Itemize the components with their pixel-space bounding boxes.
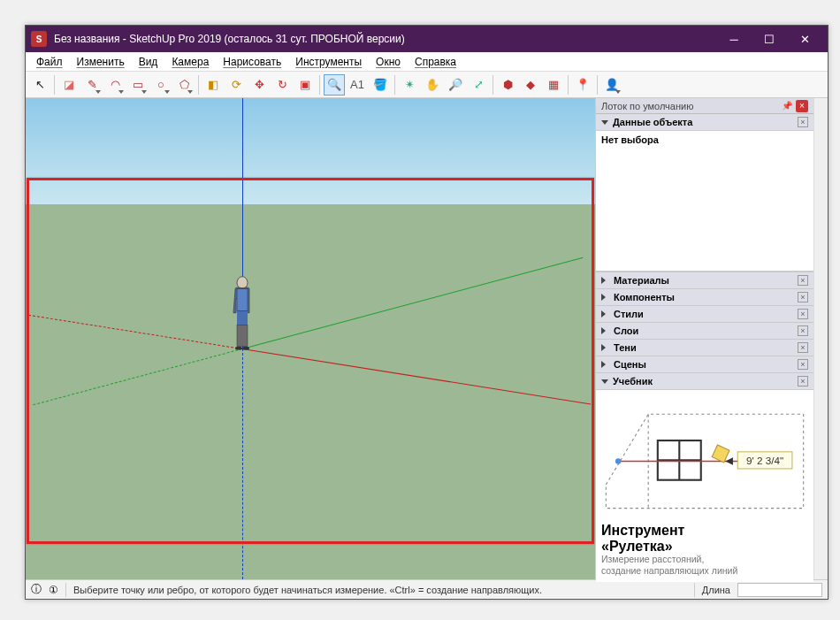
orbit-tool[interactable]: ✴: [399, 74, 420, 96]
chevron-icon: [601, 327, 609, 334]
vertical-scrollbar[interactable]: [813, 98, 828, 579]
section-close-icon[interactable]: ×: [798, 342, 808, 353]
menu-файл[interactable]: Файл: [29, 54, 70, 70]
tray-title: Лоток по умолчанию: [601, 101, 693, 111]
signin-icon[interactable]: 👤: [601, 74, 622, 96]
menu-изменить[interactable]: Изменить: [70, 54, 132, 70]
svg-text:9' 2 3/4": 9' 2 3/4": [746, 455, 783, 466]
tray-section-0: Данные объекта×Нет выбора: [596, 114, 813, 272]
chevron-icon: [601, 120, 608, 125]
circle-tool[interactable]: ○: [150, 74, 172, 96]
tape-tool[interactable]: 🔍: [324, 74, 345, 96]
minimize-button[interactable]: ─: [716, 26, 752, 52]
poly-tool[interactable]: ⬠: [173, 74, 195, 96]
select-tool[interactable]: ↖: [29, 74, 50, 96]
section-close-icon[interactable]: ×: [798, 359, 808, 370]
axis-blue-neg: [242, 348, 243, 579]
toolbar: ↖◪✎◠▭○⬠◧⟳✥↻▣🔍A1🪣✴✋🔎⤢⬢◆▦📍👤: [26, 72, 828, 98]
tray-section-head[interactable]: Стили×: [596, 306, 813, 322]
menu-вид[interactable]: Вид: [132, 54, 165, 70]
tray-section-head[interactable]: Слои×: [596, 323, 813, 339]
measure-input[interactable]: [737, 583, 822, 597]
menu-инструменты[interactable]: Инструменты: [288, 54, 369, 70]
svg-point-0: [237, 277, 248, 289]
tray-section-label: Материалы: [614, 275, 798, 286]
section-close-icon[interactable]: ×: [798, 275, 808, 286]
tray-section-head[interactable]: Материалы×: [596, 272, 813, 288]
tray-section-head[interactable]: Тени×: [596, 340, 813, 356]
instructor-illustration: 9' 2 3/4": [601, 395, 808, 517]
3dwarehouse-icon[interactable]: ⬢: [497, 74, 518, 96]
tray-section-label: Стили: [614, 309, 798, 319]
toolbar-separator: [568, 75, 569, 95]
menu-нарисовать[interactable]: Нарисовать: [216, 54, 288, 70]
toolbar-separator: [319, 75, 320, 95]
toolbar-separator: [597, 75, 598, 95]
eraser-tool[interactable]: ◪: [58, 74, 80, 96]
pan-tool[interactable]: ✋: [422, 74, 443, 96]
tray-section-label: Учебник: [613, 376, 798, 387]
close-button[interactable]: ✕: [787, 26, 822, 52]
zoom-extents-tool[interactable]: ⤢: [468, 74, 489, 96]
app-window: S Без названия - SketchUp Pro 2019 (оста…: [25, 25, 829, 600]
pencil-tool[interactable]: ✎: [81, 74, 103, 96]
maximize-button[interactable]: ☐: [752, 26, 787, 52]
menu-окно[interactable]: Окно: [369, 54, 408, 70]
chevron-icon: [601, 361, 609, 368]
info-icon[interactable]: ①: [49, 584, 58, 596]
section-close-icon[interactable]: ×: [798, 325, 808, 336]
tray-section-head[interactable]: Данные объекта×: [596, 114, 813, 130]
toolbar-separator: [198, 75, 199, 95]
scale-figure: [229, 276, 256, 350]
chevron-icon: [601, 379, 608, 384]
tray-section-head[interactable]: Учебник×: [596, 373, 813, 389]
tray-pin-icon[interactable]: 📌: [781, 100, 793, 112]
text-tool[interactable]: A1: [347, 74, 368, 96]
tray-header: Лоток по умолчанию 📌 ×: [596, 98, 813, 114]
layout-icon[interactable]: ▦: [543, 74, 564, 96]
rect-tool[interactable]: ▭: [127, 74, 149, 96]
tray-section-3: Стили×: [596, 306, 813, 323]
chevron-icon: [601, 344, 609, 351]
svg-rect-5: [237, 289, 248, 311]
menu-камера[interactable]: Камера: [164, 54, 216, 70]
extwarehouse-icon[interactable]: ◆: [520, 74, 541, 96]
tray-section-7: Учебник×9' 2 3/4"Инструмент«Рулетка»Изме…: [596, 373, 813, 583]
chevron-icon: [601, 294, 609, 301]
tray-section-4: Слои×: [596, 323, 813, 340]
section-close-icon[interactable]: ×: [798, 292, 808, 302]
instructor-title: Инструмент«Рулетка»: [601, 523, 808, 554]
addloc-icon[interactable]: 📍: [572, 74, 593, 96]
side-tray: Лоток по умолчанию 📌 × Данные объекта×Не…: [596, 98, 813, 579]
offset-tool[interactable]: ⟳: [225, 74, 247, 96]
svg-point-3: [235, 347, 242, 350]
tray-section-label: Компоненты: [614, 292, 798, 302]
tray-section-label: Слои: [614, 325, 798, 336]
svg-point-4: [242, 347, 249, 350]
rotate-tool[interactable]: ↻: [271, 74, 293, 96]
instructor-subtitle: Измерение расстояний,создание направляющ…: [601, 554, 808, 576]
tray-close-icon[interactable]: ×: [796, 100, 808, 112]
menu-справка[interactable]: Справка: [408, 54, 463, 70]
tray-section-1: Материалы×: [596, 272, 813, 289]
tray-section-6: Сцены×: [596, 356, 813, 373]
tray-section-head[interactable]: Компоненты×: [596, 289, 813, 305]
move-tool[interactable]: ✥: [248, 74, 270, 96]
help-icon[interactable]: ⓘ: [31, 582, 42, 597]
paint-tool[interactable]: 🪣: [370, 74, 391, 96]
menubar: ФайлИзменитьВидКамераНарисоватьИнструмен…: [26, 52, 828, 72]
statusbar: ⓘ ① Выберите точку или ребро, от которог…: [26, 579, 828, 599]
arc-tool[interactable]: ◠: [104, 74, 126, 96]
tray-section-5: Тени×: [596, 340, 813, 356]
app-icon: S: [31, 31, 47, 47]
scale-tool[interactable]: ▣: [294, 74, 316, 96]
section-close-icon[interactable]: ×: [798, 376, 808, 387]
section-close-icon[interactable]: ×: [798, 309, 808, 319]
tray-section-head[interactable]: Сцены×: [596, 356, 813, 372]
section-close-icon[interactable]: ×: [798, 117, 808, 127]
svg-rect-1: [237, 311, 248, 327]
viewport[interactable]: [26, 98, 595, 579]
zoom-tool[interactable]: 🔎: [445, 74, 466, 96]
pushpull-tool[interactable]: ◧: [202, 74, 224, 96]
chevron-icon: [601, 310, 609, 318]
